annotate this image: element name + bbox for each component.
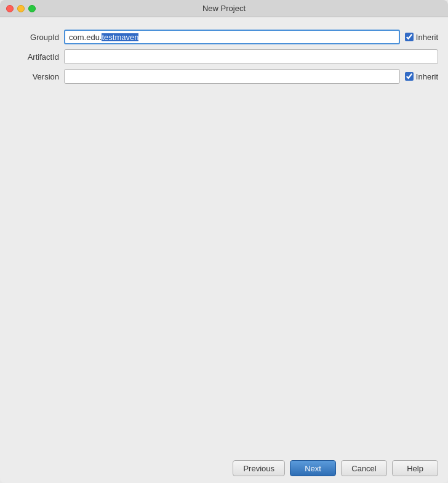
maximize-button[interactable] — [28, 5, 36, 12]
groupid-row: GroupId com.edu.testmaven Inherit — [10, 30, 438, 44]
version-inherit-label: Inherit — [416, 72, 438, 81]
groupid-selected-text: testmaven — [102, 33, 138, 41]
form-section: GroupId com.edu.testmaven Inherit Artifa… — [10, 30, 438, 84]
artifactid-label: ArtifactId — [10, 52, 59, 62]
window-title: New Project — [202, 4, 246, 13]
cancel-button[interactable]: Cancel — [341, 460, 387, 476]
close-button[interactable] — [6, 5, 14, 12]
version-inherit-container: Inherit — [405, 72, 438, 81]
groupid-prefix: com.edu. — [69, 33, 102, 41]
groupid-inherit-container: Inherit — [405, 33, 438, 42]
bottom-bar: Previous Next Cancel Help — [0, 453, 448, 483]
help-button[interactable]: Help — [392, 460, 438, 476]
next-button[interactable]: Next — [290, 460, 336, 476]
version-input[interactable]: 1.0-SNAPSHOT — [64, 69, 400, 84]
content-spacer — [10, 84, 438, 441]
main-window: New Project GroupId com.edu.testmaven In… — [0, 0, 448, 483]
version-label: Version — [10, 72, 59, 81]
content-area: GroupId com.edu.testmaven Inherit Artifa… — [0, 17, 448, 453]
artifactid-row: ArtifactId testmaven — [10, 49, 438, 64]
minimize-button[interactable] — [17, 5, 25, 12]
groupid-input[interactable]: com.edu.testmaven — [64, 30, 400, 44]
traffic-lights — [6, 5, 36, 12]
artifactid-input[interactable]: testmaven — [64, 49, 438, 64]
groupid-inherit-checkbox[interactable] — [405, 33, 414, 41]
version-inherit-checkbox[interactable] — [405, 72, 414, 81]
groupid-inherit-label: Inherit — [416, 33, 438, 42]
title-bar: New Project — [0, 0, 448, 17]
version-row: Version 1.0-SNAPSHOT Inherit — [10, 69, 438, 84]
previous-button[interactable]: Previous — [233, 460, 285, 476]
groupid-label: GroupId — [10, 33, 59, 42]
